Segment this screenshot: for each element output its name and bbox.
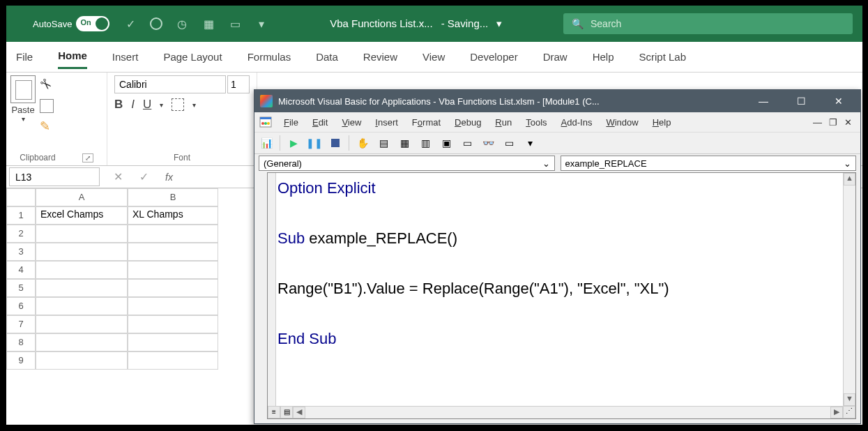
vba-titlebar[interactable]: Microsoft Visual Basic for Applications … [254, 90, 860, 112]
font-name-input[interactable] [114, 75, 226, 93]
full-module-view-icon[interactable]: ▤ [280, 406, 293, 418]
tab-review[interactable]: Review [363, 47, 397, 67]
paste-button[interactable]: Paste ▾ [10, 75, 36, 134]
tab-home[interactable]: Home [58, 45, 87, 69]
name-box[interactable] [9, 167, 100, 186]
cell[interactable] [36, 333, 128, 351]
borders-dropdown-icon[interactable]: ▾ [192, 101, 196, 109]
mdi-restore-icon[interactable]: ❐ [829, 117, 837, 128]
scroll-up-icon[interactable]: ▲ [844, 173, 855, 186]
cell[interactable] [36, 351, 128, 370]
cell[interactable] [128, 261, 218, 279]
minimize-icon[interactable]: — [747, 90, 779, 112]
row-header[interactable]: 1 [6, 206, 36, 225]
locals-icon[interactable]: ▭ [501, 135, 517, 151]
tab-view[interactable]: View [422, 47, 445, 67]
cell[interactable] [36, 315, 128, 333]
cancel-formula-icon[interactable]: ✕ [114, 170, 123, 183]
immediate-icon[interactable]: ▭ [459, 135, 475, 151]
scroll-down-icon[interactable]: ▼ [844, 393, 855, 406]
borders-icon[interactable] [172, 98, 184, 111]
row-header[interactable]: 3 [6, 243, 36, 261]
menu-edit[interactable]: Edit [307, 116, 333, 129]
toolbox-icon[interactable]: ▣ [439, 135, 454, 151]
toggle-switch[interactable]: On [76, 16, 109, 31]
break-icon[interactable]: ❚❚ [307, 135, 322, 151]
row-header[interactable]: 4 [6, 261, 36, 279]
row-header[interactable]: 5 [6, 279, 36, 297]
paste-dropdown-icon[interactable]: ▾ [22, 115, 25, 123]
menu-help[interactable]: Help [647, 116, 677, 129]
scroll-left-icon[interactable]: ◀ [293, 407, 305, 418]
cell[interactable] [128, 297, 218, 315]
menu-window[interactable]: Window [600, 116, 644, 129]
cell[interactable] [36, 243, 128, 261]
col-header[interactable]: A [36, 188, 128, 206]
procedure-view-icon[interactable]: ≡ [268, 406, 280, 418]
cell[interactable] [128, 243, 218, 261]
enter-formula-icon[interactable]: ✓ [139, 170, 149, 183]
menu-file[interactable]: File [278, 116, 304, 129]
tab-insert[interactable]: Insert [112, 47, 139, 67]
menu-debug[interactable]: Debug [449, 116, 487, 129]
view-excel-icon[interactable]: 📊 [259, 135, 274, 151]
design-mode-icon[interactable]: ✋ [355, 135, 370, 151]
font-size-input[interactable] [227, 75, 250, 93]
copy-icon[interactable] [40, 99, 54, 113]
bold-button[interactable]: B [114, 98, 123, 112]
menu-addins[interactable]: Add-Ins [556, 116, 598, 129]
tab-file[interactable]: File [16, 47, 33, 67]
circle-icon[interactable] [150, 17, 162, 30]
tab-draw[interactable]: Draw [543, 47, 568, 67]
properties-icon[interactable]: ▦ [397, 135, 412, 151]
insert-function-icon[interactable]: fx [165, 172, 173, 183]
row-header[interactable]: 7 [6, 315, 36, 333]
cell[interactable] [128, 351, 218, 370]
cell-a1[interactable]: Excel Champs [36, 206, 128, 225]
maximize-icon[interactable]: ☐ [785, 90, 817, 112]
menu-view[interactable]: View [336, 116, 367, 129]
underline-dropdown-icon[interactable]: ▾ [160, 101, 163, 109]
close-icon[interactable]: ✕ [823, 90, 855, 112]
project-explorer-icon[interactable]: ▤ [376, 135, 391, 151]
cell[interactable] [36, 297, 128, 315]
underline-button[interactable]: U [143, 98, 151, 112]
tab-script-lab[interactable]: Script Lab [639, 47, 687, 67]
preview-icon[interactable]: ▭ [228, 17, 242, 31]
mdi-close-icon[interactable]: ✕ [844, 117, 852, 128]
object-browser-icon[interactable]: ▥ [418, 135, 433, 151]
code-text[interactable]: Option Explicit Sub example_REPLACE() Ra… [277, 176, 843, 351]
menu-format[interactable]: Format [406, 116, 446, 129]
horizontal-scrollbar[interactable]: ◀ ▶ [268, 406, 843, 418]
row-header[interactable]: 2 [6, 225, 36, 243]
toolbar-dropdown-icon[interactable]: ▾ [522, 135, 538, 151]
mdi-minimize-icon[interactable]: — [813, 117, 822, 128]
row-header[interactable]: 6 [6, 297, 36, 315]
col-header[interactable]: B [128, 188, 218, 206]
qat-dropdown-icon[interactable]: ▾ [254, 17, 268, 31]
menu-tools[interactable]: Tools [520, 116, 552, 129]
reset-icon[interactable] [328, 135, 343, 151]
vertical-scrollbar[interactable]: ▲ ▼ [843, 173, 855, 406]
cell[interactable] [128, 315, 218, 333]
format-painter-icon[interactable]: ✎ [40, 119, 54, 134]
cell-b1[interactable]: XL Champs [128, 206, 218, 225]
row-header[interactable]: 8 [6, 333, 36, 351]
autosave-toggle[interactable]: AutoSave On [33, 16, 109, 31]
code-pane[interactable]: Option Explicit Sub example_REPLACE() Ra… [267, 172, 856, 419]
cell[interactable] [36, 225, 128, 243]
cut-icon[interactable]: ✂ [36, 74, 57, 96]
tab-help[interactable]: Help [593, 47, 614, 67]
cell[interactable] [128, 279, 218, 297]
menu-insert[interactable]: Insert [370, 116, 404, 129]
cell[interactable] [128, 333, 218, 351]
watch-icon[interactable]: 👓 [480, 135, 496, 151]
menu-run[interactable]: Run [489, 116, 517, 129]
clipboard-launcher-icon[interactable]: ⤢ [82, 153, 93, 162]
history-icon[interactable]: ◷ [175, 17, 189, 31]
tab-page-layout[interactable]: Page Layout [163, 47, 222, 67]
row-header[interactable]: 9 [6, 351, 36, 370]
cell[interactable] [36, 261, 128, 279]
select-all-corner[interactable] [6, 188, 36, 206]
tab-data[interactable]: Data [316, 47, 338, 67]
